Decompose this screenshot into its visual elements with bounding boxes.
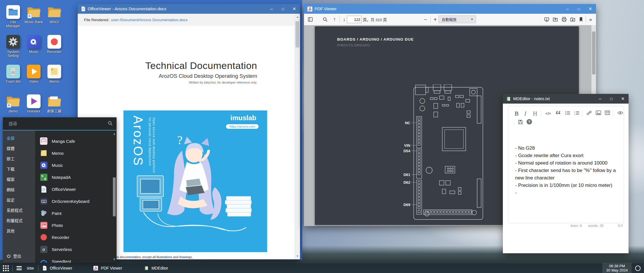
file-path-link[interactable]: user:/Document/Arozos Documentation.docx [111, 18, 188, 22]
close-button[interactable]: ✕ [289, 4, 300, 14]
app-item-notepada[interactable]: NA NotepadA [35, 171, 117, 183]
shortcut-folder-icon [6, 94, 20, 108]
desktop-icon-memo[interactable]: Memo [44, 65, 65, 84]
note-text[interactable]: - No G28 - Gcode rewrite after Cura exor… [515, 145, 621, 197]
category-office[interactable]: 辦工 [3, 153, 35, 164]
bullet-list-button[interactable] [565, 111, 570, 115]
italic-button[interactable]: I [524, 110, 526, 117]
desktop-icon-magi[interactable]: MAGI [44, 5, 65, 24]
category-settings[interactable]: 設定 [3, 195, 35, 205]
scrollbar-thumb[interactable] [295, 21, 299, 48]
taskbar-app-pdf-viewer[interactable]: PDF Viewer [89, 263, 140, 273]
page-number-input[interactable] [347, 16, 362, 23]
app-item-serverless[interactable]: σ Serverless [35, 243, 117, 255]
scroll-up-icon[interactable]: ∧ [113, 132, 116, 136]
desktop-icon-music[interactable]: ♪ Music [23, 35, 44, 54]
license-block: This documentation, except all illustrat… [113, 255, 218, 259]
scroll-down-icon[interactable]: ∨ [113, 257, 116, 261]
app-item-manga-cafe[interactable]: Manga Cafe [35, 135, 117, 147]
bold-button[interactable]: B [515, 110, 519, 117]
category-other[interactable]: 其他 [3, 225, 35, 236]
scroll-down-icon[interactable]: ▼ [295, 255, 300, 258]
sidebar-toggle-icon[interactable] [306, 14, 315, 25]
status-circle-icon[interactable] [635, 266, 641, 271]
app-item-photo[interactable]: Photo [35, 219, 117, 231]
minimize-button[interactable]: ─ [562, 4, 573, 14]
desktop-icon-system-setting[interactable]: System Setting [3, 35, 23, 58]
taskbar-clock[interactable]: 06:38 PM 30 May 2024 [602, 263, 632, 273]
desktop-icon-file-manager[interactable]: File Manager [3, 5, 23, 28]
previous-page-icon[interactable]: ↑ [330, 14, 339, 25]
officeviewer-titlebar[interactable]: OfficeViewer - Arozos Documentation.docx… [78, 4, 300, 14]
scrollbar-thumb[interactable] [113, 177, 116, 216]
app-item-partial[interactable] [35, 130, 117, 133]
help-button[interactable]: ? [527, 119, 532, 124]
desktop-icon-label: System Setting [3, 50, 23, 58]
search-input[interactable] [3, 121, 108, 126]
file-rendered-label: File Rendered: [84, 18, 109, 22]
mdeditor-titlebar[interactable]: MDEditor - notes.txt ─ □ ✕ [503, 94, 629, 104]
menu-icon[interactable] [17, 265, 22, 271]
taskbar-app-officeviewer[interactable]: OfficeViewer [39, 263, 89, 273]
app-item-onscreenkeyboard[interactable]: OnScreenKeyboard [35, 195, 117, 207]
preview-eye-button[interactable] [617, 111, 623, 115]
desktop-icon-holodex[interactable]: Holodex [23, 94, 44, 113]
category-media[interactable]: 媒體 [3, 143, 35, 153]
logout-button[interactable]: 登出 [7, 253, 21, 259]
table-button[interactable] [605, 110, 610, 115]
close-button[interactable]: ✕ [617, 94, 629, 104]
presentation-mode-icon[interactable] [542, 14, 551, 25]
image-button[interactable] [596, 110, 601, 115]
ordered-list-button[interactable]: 123 [574, 111, 579, 115]
app-list-scrollbar[interactable]: ∧ ∨ [113, 131, 116, 262]
maximize-button[interactable]: □ [606, 94, 617, 104]
save-button[interactable] [518, 120, 523, 124]
app-launcher-icon[interactable] [3, 265, 9, 271]
desktop-icon-demo[interactable]: demo [3, 94, 23, 113]
taskbar-app-mdeditor[interactable]: MDEditor [140, 263, 191, 273]
minimize-button[interactable]: ─ [594, 94, 606, 104]
desktop-icon-video[interactable]: Video [23, 65, 44, 84]
heading-button[interactable]: H [533, 110, 537, 117]
category-system-tools[interactable]: 系統程式 [3, 205, 35, 215]
pin-label: VIN [404, 143, 410, 148]
desktop-icon-recorder[interactable]: Recorder [44, 35, 65, 54]
zoom-in-icon[interactable]: + [431, 14, 439, 25]
open-file-icon[interactable] [551, 14, 559, 25]
app-item-memo[interactable]: Memo [35, 147, 117, 159]
app-item-music[interactable]: ♪ Music [35, 159, 117, 171]
maximize-button[interactable]: □ [573, 4, 585, 14]
download-icon[interactable] [568, 14, 577, 25]
desktop-icon-label: demo [3, 109, 23, 113]
divider [339, 16, 340, 23]
link-button[interactable] [587, 111, 592, 115]
print-icon[interactable] [560, 14, 568, 25]
zoom-out-icon[interactable]: − [421, 14, 430, 25]
category-download[interactable]: 下載 [3, 164, 35, 174]
more-tools-icon[interactable]: » [586, 14, 595, 25]
desktop-icon-music-bank[interactable]: Music Bank [23, 5, 44, 24]
quote-button[interactable] [556, 110, 561, 115]
category-network[interactable]: 網絡 [3, 184, 35, 195]
document-scrollbar[interactable]: ▲ ▼ [295, 14, 300, 259]
category-files[interactable]: 檔案 [3, 174, 35, 184]
clock-time: 06:38 PM [606, 264, 628, 268]
scrollbar-thumb[interactable] [592, 31, 595, 74]
minimize-button[interactable]: ─ [266, 4, 277, 14]
close-button[interactable]: ✕ [585, 4, 596, 14]
zoom-mode-select[interactable]: 自動縮放▼ [439, 15, 476, 23]
category-accessories[interactable]: 附屬程式 [3, 215, 35, 225]
app-item-speedtest[interactable]: Speedtest [35, 255, 117, 263]
maximize-button[interactable]: □ [277, 4, 289, 14]
desktop-icon-maker-factory[interactable]: 創客工廠 [44, 94, 65, 113]
app-item-recorder[interactable]: Recorder [35, 231, 117, 243]
bookmark-icon[interactable] [577, 14, 585, 25]
scroll-up-icon[interactable]: ▲ [295, 15, 300, 18]
desktop-icon-trash-bin[interactable]: Trash Bin [3, 65, 23, 84]
app-item-officeviewer[interactable]: OfficeViewer [35, 183, 117, 195]
search-icon[interactable] [321, 14, 330, 25]
pdf-titlebar[interactable]: PDF Viewer ─ □ ✕ [304, 4, 596, 14]
app-item-paint[interactable]: Paint [35, 207, 117, 219]
code-button[interactable]: </> [545, 111, 551, 116]
category-all[interactable]: 全部 [3, 133, 35, 143]
